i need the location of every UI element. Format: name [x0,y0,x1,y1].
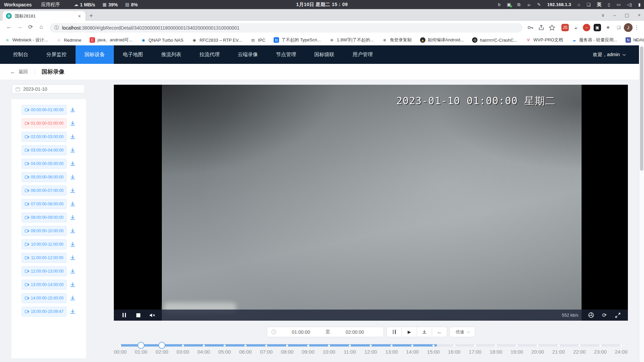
recording-segment-button[interactable]: 01:00:00-02:00:00 [21,118,67,128]
applications-button[interactable]: 应用程序 [41,2,60,8]
download-button[interactable] [417,327,432,337]
home-icon[interactable]: ⌂ [578,2,580,7]
download-icon[interactable] [70,120,76,127]
forward-button[interactable]: → [15,24,24,30]
close-window-button[interactable]: × [638,12,641,18]
recording-segment-button[interactable]: 15:00:00-15:09:47 [21,307,67,317]
frame-extension-icon[interactable]: ❏ [615,24,623,31]
puzzle-extensions-icon[interactable]: ❖ [604,24,612,31]
js-extension-icon[interactable]: JS [561,24,569,31]
notes-app-icon[interactable]: ▣ [507,2,511,7]
download-icon[interactable] [70,295,76,301]
play-button[interactable]: ▶ [402,327,417,337]
bookmark-item[interactable]: ∩ Redmine [56,37,81,43]
browser-menu-icon[interactable]: ⋮ [634,24,639,31]
recording-segment-button[interactable]: 08:00:00-09:00:00 [21,212,67,223]
download-icon[interactable] [70,147,76,154]
recording-segment-button[interactable]: 00:00:00-01:00:00 [21,105,67,115]
bookmark-item[interactable]: ▤ IPC [250,37,265,43]
password-key-icon[interactable] [527,25,534,31]
timeline-handle[interactable] [138,342,145,349]
site-info-icon[interactable]: ⓘ [54,25,59,31]
recording-segment-button[interactable]: 04:00:00-05:00:00 [21,159,67,169]
nav-tab[interactable]: 电子地图 [114,45,152,64]
volume-icon[interactable]: ◁) [627,2,632,7]
player-stop-icon[interactable] [135,313,141,318]
display-icon[interactable]: ▭ [616,2,620,7]
ip-address[interactable]: 192.168.1.3 [547,2,571,7]
download-icon[interactable] [70,188,76,194]
nav-tab[interactable]: 推流列表 [152,45,190,64]
recording-segment-button[interactable]: 10:00:00-11:00:00 [21,239,67,249]
reload-button[interactable]: ⟳ [26,24,35,31]
share-icon[interactable] [538,25,545,31]
workspace-switcher-icon[interactable]: ❏ [587,2,591,7]
back-arrow-icon[interactable]: ← [10,69,16,75]
bookmark-item[interactable]: 知 了不起的 TypeScri... [274,37,321,43]
download-icon[interactable] [70,107,76,113]
download-icon[interactable] [70,241,76,248]
nav-tab[interactable]: 分屏监控 [37,45,76,64]
nav-tab[interactable]: 控制台 [4,45,37,64]
nav-tab[interactable]: 拉流代理 [190,45,229,64]
bookmark-item[interactable]: ◉ RFC2833 – RTP EV... [192,37,242,43]
nav-tab[interactable]: 节点管理 [267,45,305,64]
coffee-icon[interactable]: ☕ [527,2,531,7]
refresh-icon[interactable]: ⟳ [602,313,607,318]
seek-back-button[interactable]: ← [432,327,447,337]
bookmark-star-icon[interactable] [549,25,555,31]
system-clock[interactable]: 1月10日 星期二 15：09 [296,2,348,8]
start-time-value[interactable]: 01:00:00 [276,329,326,335]
nav-tab[interactable]: 用户管理 [343,45,382,64]
bookmark-item[interactable]: ☁ 服务器 - 轻量应用... [571,37,617,43]
bookmark-item[interactable]: C java、android可... [90,37,132,43]
download-icon[interactable] [70,174,76,180]
playback-speed-dropdown[interactable]: 倍速 [450,327,475,337]
pen-tool-icon[interactable]: ✎ [537,2,541,7]
blocker-extension-icon[interactable]: – [583,24,590,31]
recording-segment-button[interactable]: 13:00:00-14:00:00 [21,280,67,290]
browser-home-button[interactable]: ⌂ [37,24,46,30]
recording-segment-button[interactable]: 09:00:00-10:00:00 [21,226,67,236]
recording-segment-button[interactable]: 14:00:00-15:00:00 [21,293,67,303]
address-bar[interactable]: ⓘ localhost:38080/#/gbRecordDetail/34020… [50,23,522,33]
download-icon[interactable] [70,309,76,315]
scrollbar-thumb[interactable] [640,46,643,171]
download-icon[interactable] [70,282,76,288]
workspaces-button[interactable]: Workspaces [4,2,32,7]
nav-tab[interactable]: 国标级联 [305,45,343,64]
recording-segment-button[interactable]: 05:00:00-06:00:00 [21,172,67,182]
clipboard-icon[interactable]: ⧉ [517,2,520,7]
page-scrollbar[interactable] [639,45,644,362]
player-pause-icon[interactable] [121,313,127,318]
bookmark-item[interactable]: ◉ QNAP Turbo NAS [141,37,183,43]
bookmark-item[interactable]: ⊙ hairrrrr/C-CrashC... [472,37,517,43]
dark-square-extension-icon[interactable]: ▣ [594,24,601,31]
recording-segment-button[interactable]: 06:00:00-07:00:00 [21,186,67,196]
download-icon[interactable] [70,134,76,140]
bing-icon[interactable]: b [498,2,500,7]
snapshot-icon[interactable] [588,312,594,318]
cup-extension-icon[interactable]: ☕ [572,24,580,31]
profile-avatar[interactable]: J [624,23,633,32]
new-tab-button[interactable]: + [89,12,93,20]
download-icon[interactable] [70,255,76,261]
end-time-value[interactable]: 02:00:00 [330,329,380,335]
download-icon[interactable] [70,268,76,275]
download-icon[interactable] [70,228,76,234]
back-button-label[interactable]: 返回 [18,69,28,75]
timeline-handle[interactable] [158,342,166,349]
browser-tab[interactable]: ❂ 国标28181 × [3,11,85,21]
fullscreen-icon[interactable] [615,313,620,318]
download-icon[interactable] [70,161,76,167]
time-range-picker[interactable]: 01:00:00 至 02:00:00 [267,327,384,337]
bookmark-item[interactable]: ⊕ 1.8W字|了不起的... [329,37,374,43]
recording-segment-button[interactable]: 07:00:00-08:00:00 [21,199,67,209]
nav-tab[interactable]: 云端录像 [229,45,267,64]
user-menu[interactable]: 欢迎，admin [593,45,639,64]
bookmark-item[interactable]: ⊕ 免登录复制 [382,37,412,43]
keyboard-layout-indicator[interactable]: 英 [597,2,602,8]
pause-button[interactable] [386,327,402,337]
bookmark-item[interactable]: ▲ 如何编译Android... [420,37,464,43]
recording-segment-button[interactable]: 12:00:00-13:00:00 [21,266,67,276]
